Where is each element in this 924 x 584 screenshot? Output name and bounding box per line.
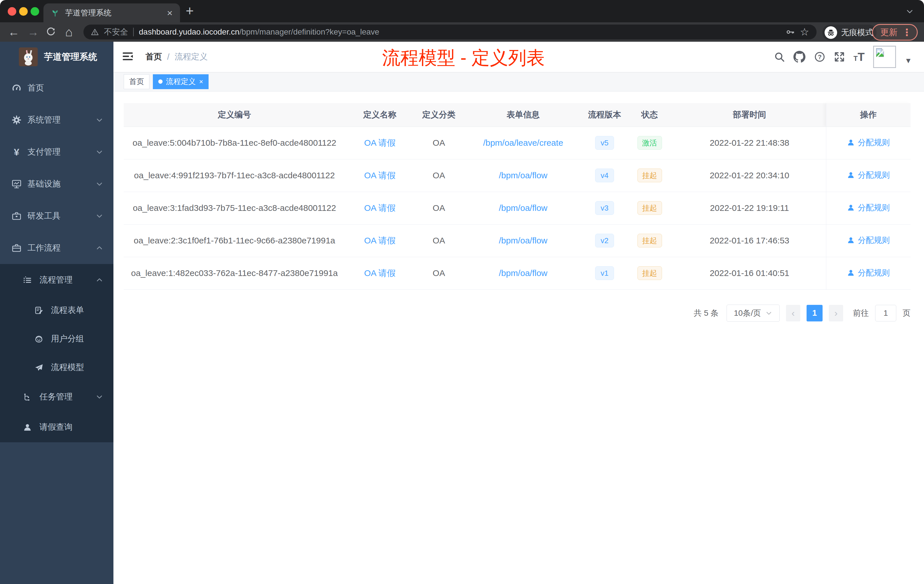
fullscreen-icon[interactable] [834, 51, 845, 62]
browser-tab-strip: 芋道管理系统 × + [0, 0, 924, 22]
home-button[interactable]: ⌂ [65, 22, 73, 42]
search-icon[interactable] [774, 51, 785, 62]
bookmark-star-icon[interactable]: ☆ [800, 26, 809, 38]
page-size-select[interactable]: 10条/页 [726, 305, 780, 322]
col-deploy-time: 部署时间 [673, 103, 826, 127]
sidebar-item-system[interactable]: 系统管理 [0, 104, 114, 136]
sidebar-item-infrastructure[interactable]: 基础设施 [0, 168, 114, 200]
person-icon [847, 236, 855, 244]
tag-home[interactable]: 首页 [124, 74, 149, 89]
col-definition-id: 定义编号 [124, 103, 345, 127]
reload-button[interactable] [46, 22, 56, 42]
tag-close-icon[interactable]: × [199, 78, 203, 86]
page-number-button[interactable]: 1 [807, 305, 823, 322]
broken-image-icon [874, 47, 885, 58]
tag-process-definition[interactable]: 流程定义 × [153, 74, 209, 89]
assign-rule-link[interactable]: 分配规则 [847, 170, 890, 181]
form-link[interactable]: /bpm/oa/leave/create [483, 138, 563, 147]
sidebar-item-task-management[interactable]: 任务管理 [0, 382, 114, 412]
page-content: 定义编号 定义名称 定义分类 表单信息 流程版本 状态 部署时间 操作 oa_l… [114, 91, 924, 322]
browser-menu-icon[interactable]: ⋮ [902, 26, 912, 38]
active-tag-dot [158, 79, 163, 84]
sidebar-logo[interactable]: 芋道管理系统 [0, 42, 114, 72]
person-icon [847, 171, 855, 179]
assign-rule-link[interactable]: 分配规则 [847, 267, 890, 278]
security-label[interactable]: 不安全 [104, 26, 128, 38]
dashboard-icon [11, 83, 22, 93]
sidebar-item-leave-query[interactable]: 请假查询 [0, 412, 114, 442]
update-label[interactable]: 更新 [880, 26, 898, 38]
tab-title: 芋道管理系统 [65, 8, 161, 18]
deploy-time: 2022-01-16 17:46:53 [673, 224, 826, 257]
goto-page-input[interactable] [875, 305, 896, 322]
sidebar-item-process-form[interactable]: 流程表单 [0, 296, 114, 325]
definition-name-link[interactable]: OA 请假 [364, 203, 396, 213]
definition-name-link[interactable]: OA 请假 [364, 236, 396, 245]
sidebar-item-process-model[interactable]: 流程模型 [0, 353, 114, 382]
assign-rule-link[interactable]: 分配规则 [847, 137, 890, 148]
github-icon[interactable] [794, 51, 805, 63]
main-area: 首页 / 流程定义 流程模型 - 定义列表 TT ▼ 首页 流程定义 × [114, 42, 924, 584]
status-badge: 激活 [637, 136, 662, 150]
browser-tab[interactable]: 芋道管理系统 × [43, 3, 180, 22]
definition-name-link[interactable]: OA 请假 [364, 138, 396, 147]
sidebar-toggle-hamburger-icon[interactable] [121, 50, 134, 63]
sidebar-item-process-management[interactable]: 流程管理 [0, 264, 114, 296]
avatar-dropdown-caret-icon[interactable]: ▼ [904, 56, 912, 65]
pagination: 共 5 条 10条/页 ‹ 1 › 前往 页 [124, 305, 911, 322]
col-actions: 操作 [826, 103, 911, 127]
logo-avatar [19, 48, 38, 66]
prev-page-button[interactable]: ‹ [786, 305, 800, 322]
new-tab-button[interactable]: + [186, 4, 194, 18]
table-row: oa_leave:5:004b710b-7b8a-11ec-8ef0-acde4… [124, 127, 911, 159]
deploy-time: 2022-01-16 01:40:51 [673, 257, 826, 289]
window-zoom-button[interactable] [31, 7, 39, 16]
tab-search-chevron-icon[interactable] [906, 7, 914, 15]
url-text: dashboard.yudao.iocoder.cn/bpm/manager/d… [139, 27, 379, 36]
tab-close-icon[interactable]: × [167, 8, 173, 18]
incognito-badge: 无痕模式 [822, 25, 876, 41]
form-document-icon [33, 305, 45, 315]
address-bar[interactable]: 不安全 dashboard.yudao.iocoder.cn/bpm/manag… [83, 25, 817, 40]
sidebar-item-workflow[interactable]: 工作流程 [0, 232, 114, 264]
next-page-button[interactable]: › [829, 305, 843, 322]
sidebar: 芋道管理系统 首页 系统管理 ¥ 支付管理 基础设施 研发工具 工作流程 流程管… [0, 42, 114, 584]
form-link[interactable]: /bpm/oa/flow [499, 236, 548, 245]
incognito-icon [825, 26, 837, 39]
definition-name-link[interactable]: OA 请假 [364, 268, 396, 278]
breadcrumb-home[interactable]: 首页 [145, 51, 162, 63]
table-row: oa_leave:2:3c1f0ef1-76b1-11ec-9c66-a2380… [124, 224, 911, 257]
form-link[interactable]: /bpm/oa/flow [499, 203, 548, 213]
version-badge: v2 [595, 234, 614, 247]
back-button[interactable]: ← [8, 22, 20, 42]
sidebar-item-dev-tools[interactable]: 研发工具 [0, 200, 114, 232]
status-badge: 挂起 [637, 168, 662, 182]
chrome-update-button[interactable]: 更新 ⋮ [872, 24, 918, 41]
font-size-icon[interactable]: TT [853, 52, 865, 62]
form-link[interactable]: /bpm/oa/flow [499, 268, 548, 278]
window-minimize-button[interactable] [19, 7, 28, 16]
col-process-version: 流程版本 [583, 103, 626, 127]
yen-icon: ¥ [11, 147, 22, 158]
definition-name-link[interactable]: OA 请假 [364, 171, 396, 180]
sidebar-item-user-group[interactable]: 用户分组 [0, 325, 114, 353]
definition-category: OA [414, 159, 463, 192]
person-icon [847, 204, 855, 212]
sidebar-item-payment[interactable]: ¥ 支付管理 [0, 136, 114, 168]
forward-button[interactable]: → [27, 22, 39, 42]
window-close-button[interactable] [8, 7, 16, 16]
assign-rule-link[interactable]: 分配规则 [847, 202, 890, 213]
gear-icon [11, 115, 22, 125]
definition-id: oa_leave:5:004b710b-7b8a-11ec-8ef0-acde4… [124, 127, 345, 159]
toolbox-icon [11, 211, 22, 221]
breadcrumb: 首页 / 流程定义 [145, 42, 208, 72]
monitor-icon [11, 179, 22, 189]
help-icon[interactable] [814, 51, 825, 63]
sidebar-item-home[interactable]: 首页 [0, 72, 114, 104]
form-link[interactable]: /bpm/oa/flow [499, 171, 548, 180]
goto-label: 前往 [853, 308, 869, 318]
key-icon[interactable] [786, 27, 795, 36]
logo-title: 芋道管理系统 [44, 51, 97, 63]
avatar[interactable] [873, 46, 896, 68]
assign-rule-link[interactable]: 分配规则 [847, 235, 890, 246]
